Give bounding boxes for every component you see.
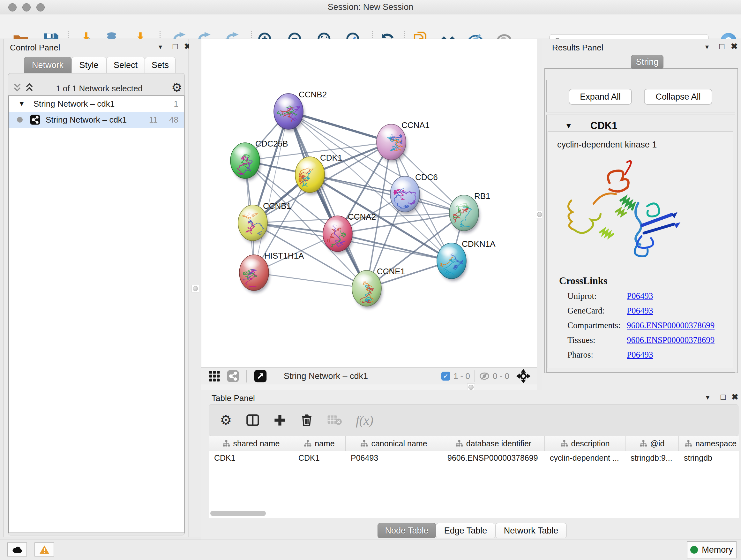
- left-panel-splitter[interactable]: [189, 39, 201, 537]
- crosslink-value-link[interactable]: 9606.ENSP00000378699: [627, 335, 715, 345]
- string-style-button[interactable]: [226, 370, 239, 382]
- crosslink-label: Uniprot:: [567, 291, 627, 301]
- edge-CDK1-RB1[interactable]: [310, 175, 464, 213]
- expand-all-button[interactable]: Expand All: [569, 89, 632, 105]
- column-header-name[interactable]: name: [293, 436, 346, 451]
- network-tree-row-selected[interactable]: String Network – cdk1 11 48: [9, 112, 184, 128]
- column-header-description[interactable]: description: [545, 436, 625, 451]
- memory-status-button[interactable]: Memory: [687, 541, 737, 558]
- show-columns-button[interactable]: [246, 414, 259, 427]
- control-panel-undock-button[interactable]: □: [173, 42, 178, 51]
- crosslink-row: GeneCard:P06493: [567, 303, 727, 318]
- crosslink-value-link[interactable]: P06493: [627, 350, 653, 360]
- table-cell: 9606.ENSP00000378699: [442, 451, 545, 464]
- table-header-row: shared namenamecanonical namedatabase id…: [209, 436, 739, 451]
- edge-CCNB2-CCNE1[interactable]: [288, 111, 367, 288]
- horizontal-splitter[interactable]: [201, 384, 537, 390]
- node-CCNA1[interactable]: CCNA1: [377, 120, 429, 162]
- network-view-canvas[interactable]: CCNB2CCNA1CDC25BCDK1CDC6RB1CCNB1CCNA2CDK…: [201, 39, 537, 367]
- tab-network[interactable]: Network: [24, 57, 71, 73]
- column-header-sharedname[interactable]: shared name: [209, 436, 293, 451]
- node-CCNB2[interactable]: CCNB2: [274, 90, 327, 132]
- add-column-button[interactable]: [273, 414, 286, 427]
- network-tree-root-row[interactable]: ▼ String Network – cdk1 1: [9, 96, 184, 112]
- column-header-namespace[interactable]: namespace: [679, 436, 739, 451]
- column-header-label: description: [571, 439, 610, 448]
- tab-edge-table[interactable]: Edge Table: [436, 523, 495, 538]
- application-window: Session: New Session: [0, 0, 741, 560]
- control-panel: Control Panel ▾ □ ✖ NetworkStyleSelectSe…: [3, 39, 189, 537]
- table-panel-float-button[interactable]: ▾: [706, 394, 710, 401]
- network-view-toolbar: String Network – cdk1 ✓ 1 - 0 0 - 0: [201, 367, 537, 385]
- crosslink-label: Tissues:: [567, 335, 627, 345]
- node-RB1[interactable]: RB1: [449, 191, 490, 233]
- pan-crosshair-button[interactable]: [516, 369, 530, 383]
- splitter-grabber[interactable]: [192, 285, 199, 293]
- node-label-RB1: RB1: [474, 191, 490, 201]
- delete-table-button[interactable]: [327, 414, 342, 426]
- tab-node-table[interactable]: Node Table: [378, 523, 436, 538]
- column-header-canonicalname[interactable]: canonical name: [346, 436, 442, 451]
- table-row[interactable]: CDK1CDK1P064939606.ENSP00000378699cyclin…: [209, 451, 739, 464]
- protein-name: CDK1: [590, 120, 617, 132]
- results-panel-undock-button[interactable]: □: [719, 42, 724, 51]
- crosslink-value-link[interactable]: 9606.ENSP00000378699: [627, 320, 715, 330]
- results-panel-close-button[interactable]: ✖: [731, 42, 738, 51]
- network-graph: CCNB2CCNA1CDC25BCDK1CDC6RB1CCNB1CCNA2CDK…: [205, 41, 536, 367]
- column-header-label: shared name: [233, 439, 280, 448]
- warning-icon: [40, 545, 49, 554]
- edge-CCNA2-CDKN1A[interactable]: [338, 234, 452, 261]
- edge-HIST1H1A-CCNE1[interactable]: [254, 273, 367, 288]
- horizontal-scrollbar[interactable]: [210, 511, 266, 516]
- delete-column-button[interactable]: [300, 414, 313, 427]
- column-header-label: @id: [650, 439, 665, 448]
- table-panel-close-button[interactable]: ✖: [731, 393, 738, 401]
- node-CDK1[interactable]: CDK1: [295, 153, 342, 195]
- open-in-browser-button[interactable]: [254, 369, 267, 383]
- right-panel-splitter[interactable]: [537, 39, 542, 390]
- birds-eye-view-button[interactable]: [208, 370, 221, 382]
- protein-description: cyclin-dependent kinase 1: [557, 140, 657, 150]
- network-name-label: String Network – cdk1: [46, 115, 149, 125]
- column-header-label: name: [315, 439, 335, 448]
- tab-sets[interactable]: Sets: [145, 57, 176, 73]
- tree-expander-icon[interactable]: ▼: [18, 100, 25, 108]
- network-selection-status: 1 of 1 Network selected: [36, 84, 163, 94]
- network-options-gear-button[interactable]: ⚙: [172, 80, 182, 95]
- crosslink-value-link[interactable]: P06493: [627, 306, 653, 316]
- table-panel-undock-button[interactable]: □: [721, 393, 726, 401]
- cloud-status-button[interactable]: [7, 543, 27, 557]
- control-panel-tabs: NetworkStyleSelectSets: [24, 57, 176, 73]
- column-header-label: database identifier: [466, 439, 531, 448]
- selected-checkbox-icon[interactable]: ✓: [441, 372, 450, 381]
- protein-section-expander-icon[interactable]: ▼: [565, 121, 572, 130]
- node-CCNE1[interactable]: CCNE1: [352, 266, 405, 308]
- warnings-button[interactable]: [35, 543, 54, 557]
- node-CDC25B[interactable]: CDC25B: [230, 139, 288, 181]
- collection-network-count: 1: [174, 99, 179, 109]
- crosslink-value-link[interactable]: P06493: [627, 291, 653, 301]
- tab-string[interactable]: String: [631, 55, 664, 69]
- table-cell: P06493: [346, 451, 442, 464]
- tab-network-table[interactable]: Network Table: [495, 523, 567, 538]
- tab-select[interactable]: Select: [106, 57, 145, 73]
- column-header-databaseidentifier[interactable]: database identifier: [442, 436, 545, 451]
- node-label-CCNE1: CCNE1: [377, 266, 405, 276]
- column-header-id[interactable]: @id: [625, 436, 679, 451]
- node-HIST1H1A[interactable]: HIST1H1A: [239, 251, 304, 293]
- node-CCNA2[interactable]: CCNA2: [323, 212, 376, 254]
- table-cell: CDK1: [293, 451, 346, 464]
- string-network-icon: [30, 114, 41, 125]
- table-settings-gear-button[interactable]: ⚙: [220, 414, 232, 427]
- collapse-all-networks-button[interactable]: [12, 82, 22, 95]
- tab-style[interactable]: Style: [71, 57, 106, 73]
- expand-all-networks-button[interactable]: [24, 82, 34, 95]
- edge-CCNB2-HIST1H1A[interactable]: [254, 111, 288, 273]
- column-header-label: namespace: [695, 439, 737, 448]
- control-panel-float-button[interactable]: ▾: [158, 44, 162, 51]
- function-builder-button[interactable]: f(x): [356, 413, 374, 428]
- node-CDKN1A[interactable]: CDKN1A: [437, 239, 495, 281]
- collapse-all-button[interactable]: Collapse All: [644, 89, 712, 105]
- crosslink-label: Pharos:: [567, 350, 627, 360]
- results-panel-float-button[interactable]: ▾: [705, 44, 709, 51]
